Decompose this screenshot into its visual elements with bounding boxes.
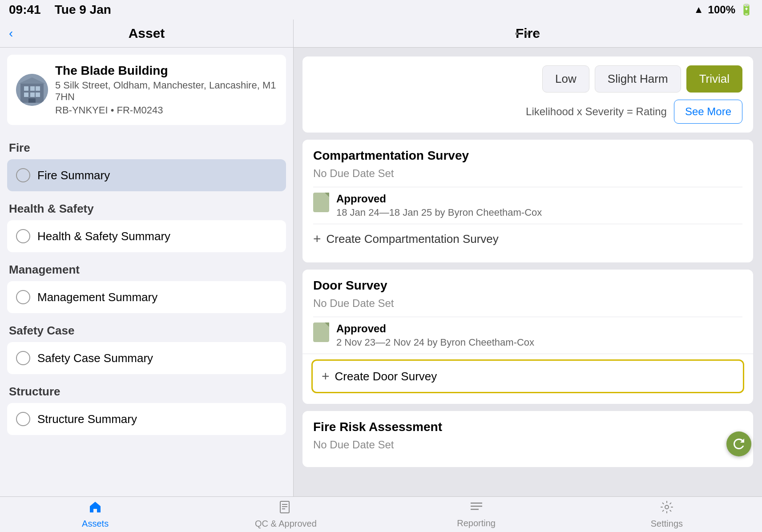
nav-item-safety-summary[interactable]: Safety Case Summary [7,342,286,374]
create-compartmentation-btn[interactable]: + Create Compartmentation Survey [313,224,742,254]
refresh-fab-button[interactable] [726,431,751,456]
rating-btn-low[interactable]: Low [542,65,589,93]
plus-icon: + [313,231,321,246]
wifi-icon: ▲ [694,4,704,16]
tab-settings[interactable]: Settings [572,497,762,532]
nav-item-structure-summary[interactable]: Structure Summary [7,403,286,435]
nav-list: Fire Fire Summary Health & Safety Health… [0,132,293,496]
rating-btn-trivial[interactable]: Trivial [686,65,742,93]
nav-item-fire-summary[interactable]: Fire Summary [7,159,286,191]
house-icon [89,500,102,517]
svg-rect-8 [28,98,36,103]
compartmentation-survey-title: Compartmentation Survey [313,149,742,163]
door-survey-divider: + Create Door Survey [302,354,753,393]
door-survey-no-due-date: No Due Date Set [313,297,742,310]
section-label-structure: Structure [7,376,286,403]
nav-circle-icon [16,168,30,182]
compartmentation-survey-section: Compartmentation Survey No Due Date Set … [302,140,753,262]
tab-qc-approved[interactable]: QC & Approved [190,497,381,532]
more-options-icon[interactable]: • • • [515,28,541,40]
svg-point-17 [665,505,669,509]
nav-circle-icon [16,351,30,365]
rating-formula: Likelihood x Severity = Rating [526,105,667,118]
tab-qc-label: QC & Approved [255,519,317,529]
document-icon [279,500,292,517]
status-time: 09:41 [9,3,41,16]
nav-item-health-summary[interactable]: Health & Safety Summary [7,220,286,252]
left-panel-title: Asset [129,26,165,41]
asset-card: The Blade Building 5 Silk Street, Oldham… [7,55,286,125]
right-header: Fire • • • [294,20,762,48]
status-date: Tue 9 Jan [55,3,111,16]
svg-rect-3 [30,86,35,91]
tab-bar: Assets QC & Approved Reporting [0,496,762,532]
compartmentation-approved-item: Approved 18 Jan 24—18 Jan 25 by Byron Ch… [313,187,742,224]
survey-item-status: Approved [336,322,534,335]
survey-item-info: Approved 2 Nov 23—2 Nov 24 by Byron Chee… [336,322,534,348]
asset-address: 5 Silk Street, Oldham, Manchester, Lanca… [55,80,277,103]
survey-item-info: Approved 18 Jan 24—18 Jan 25 by Byron Ch… [336,193,542,218]
survey-item-status: Approved [336,193,542,205]
survey-item-details: 18 Jan 24—18 Jan 25 by Byron Cheetham-Co… [336,207,542,218]
nav-circle-icon [16,229,30,243]
nav-item-label: Safety Case Summary [37,351,153,365]
tab-reporting-label: Reporting [457,518,496,528]
gear-icon [660,500,673,517]
svg-rect-7 [36,93,40,97]
right-wrapper: Fire • • • Low Slight Harm Trivial Likel… [294,20,762,496]
status-bar: 09:41 Tue 9 Jan ▲ 100% 🔋 [0,0,762,20]
rating-btn-slight-harm[interactable]: Slight Harm [595,65,681,93]
see-more-button[interactable]: See More [674,100,742,124]
rating-info: Likelihood x Severity = Rating See More [313,100,742,124]
fire-risk-no-due-date: No Due Date Set [313,439,742,451]
asset-info: The Blade Building 5 Silk Street, Oldham… [55,64,277,116]
status-time-date: 09:41 Tue 9 Jan [9,3,111,17]
compartmentation-no-due-date: No Due Date Set [313,167,742,180]
svg-rect-5 [24,93,28,97]
door-survey-approved-item: Approved 2 Nov 23—2 Nov 24 by Byron Chee… [313,317,742,354]
nav-item-label: Structure Summary [37,412,137,426]
section-label-fire: Fire [7,132,286,159]
svg-rect-4 [36,86,40,91]
list-icon [470,501,483,516]
create-door-survey-label: Create Door Survey [335,370,437,383]
right-content: Low Slight Harm Trivial Likelihood x Sev… [294,48,762,496]
battery-icon: 🔋 [740,4,753,16]
nav-circle-icon [16,412,30,426]
nav-item-label: Management Summary [37,290,157,304]
status-right: ▲ 100% 🔋 [694,4,753,16]
nav-circle-icon [16,290,30,304]
back-button[interactable]: ‹ [9,26,13,40]
door-survey-title: Door Survey [313,278,742,293]
tab-reporting[interactable]: Reporting [381,497,572,532]
svg-rect-6 [30,93,35,97]
survey-item-details: 2 Nov 23—2 Nov 24 by Byron Cheetham-Cox [336,337,534,348]
section-label-safety: Safety Case [7,315,286,342]
tab-settings-label: Settings [651,519,683,529]
fire-risk-assessment-title: Fire Risk Assessment [313,420,742,434]
section-label-management: Management [7,254,286,281]
plus-icon: + [322,369,330,384]
nav-item-label: Health & Safety Summary [37,230,170,243]
create-door-survey-btn[interactable]: + Create Door Survey [311,359,744,393]
left-panel: ‹ Asset The Blade Bui [0,20,294,496]
battery-indicator: 100% [708,4,735,16]
asset-thumbnail [16,74,48,106]
rating-section: Low Slight Harm Trivial Likelihood x Sev… [302,56,753,133]
left-header: ‹ Asset [0,20,293,48]
nav-item-management-summary[interactable]: Management Summary [7,281,286,313]
main-container: ‹ Asset The Blade Bui [0,20,762,496]
rating-buttons-group: Low Slight Harm Trivial [313,65,742,93]
nav-item-label: Fire Summary [37,169,110,182]
svg-rect-2 [24,86,28,91]
document-icon [313,193,329,212]
tab-assets-label: Assets [82,519,109,529]
door-survey-section: Door Survey No Due Date Set Approved 2 N… [302,270,753,404]
section-label-health: Health & Safety [7,193,286,220]
tab-assets[interactable]: Assets [0,497,190,532]
document-icon [313,322,329,342]
asset-code: RB-YNKYEI • FR-M0243 [55,105,277,116]
create-compartmentation-label: Create Compartmentation Survey [327,232,499,246]
asset-name: The Blade Building [55,64,277,78]
fire-risk-assessment-section: Fire Risk Assessment No Due Date Set [302,411,753,467]
